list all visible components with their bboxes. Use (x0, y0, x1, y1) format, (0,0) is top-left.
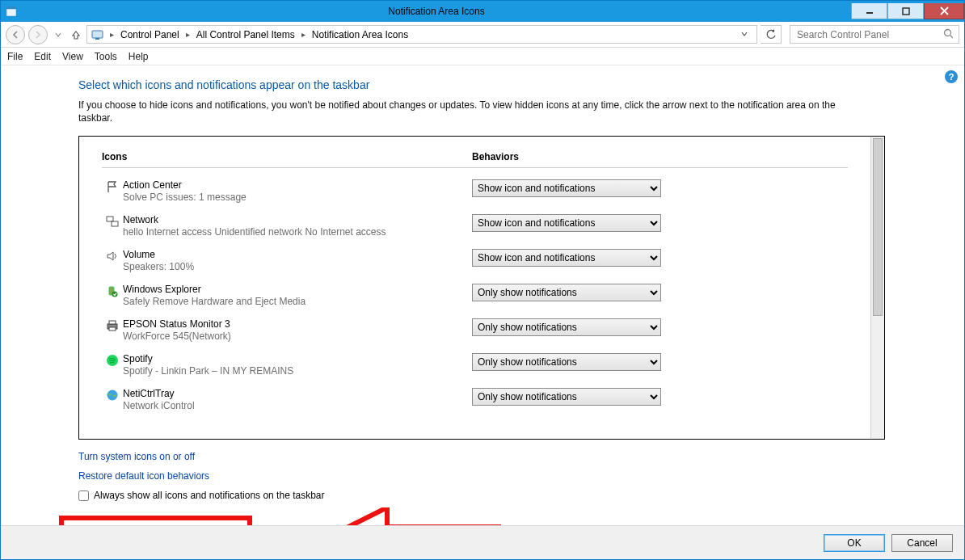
behavior-select[interactable]: Show icon and notifications (472, 249, 661, 267)
window-title: Notification Area Icons (22, 6, 851, 17)
breadcrumb-separator-icon: ▸ (298, 30, 309, 39)
page-title: Select which icons and notifications app… (78, 78, 933, 91)
behavior-select[interactable]: Show icon and notifications (472, 179, 661, 197)
chevron-down-history-icon[interactable] (51, 31, 65, 39)
item-name: Network (123, 214, 472, 225)
item-sub: Network iControl (123, 400, 472, 411)
item-sub: Speakers: 100% (123, 261, 472, 272)
always-show-checkbox[interactable] (78, 491, 89, 501)
svg-rect-8 (95, 38, 99, 40)
minimize-button[interactable] (851, 3, 887, 19)
column-headers: Icons Behaviors (102, 151, 848, 168)
list-item: NetiCtrlTray Network iControl Only show … (102, 383, 848, 418)
spotify-icon (102, 353, 123, 367)
links-section: Turn system icons on or off Restore defa… (78, 451, 933, 482)
search-input[interactable] (795, 28, 943, 41)
menu-edit[interactable]: Edit (34, 51, 51, 62)
item-sub: Spotify - Linkin Park – IN MY REMAINS (123, 365, 472, 377)
search-box[interactable] (790, 25, 959, 44)
breadcrumb-item-all-items[interactable]: All Control Panel Items (195, 29, 297, 40)
menu-file[interactable]: File (7, 51, 23, 62)
dialog-footer: OK Cancel (1, 525, 964, 559)
navigation-bar: ▸ Control Panel ▸ All Control Panel Item… (1, 22, 964, 48)
window-controls (851, 3, 964, 19)
maximize-button[interactable] (887, 3, 924, 19)
item-sub: Solve PC issues: 1 message (123, 192, 472, 203)
network-icon (102, 214, 123, 228)
item-sub: WorkForce 545(Network) (123, 331, 472, 342)
behavior-select[interactable]: Show icon and notifications (472, 214, 661, 232)
page-description: If you choose to hide icons and notifica… (78, 99, 870, 124)
link-system-icons[interactable]: Turn system icons on or off (78, 451, 933, 462)
menu-tools[interactable]: Tools (95, 51, 117, 62)
behavior-select[interactable]: Only show notifications (472, 284, 661, 301)
item-sub: Safely Remove Hardware and Eject Media (123, 296, 472, 307)
help-icon[interactable]: ? (945, 70, 958, 83)
annotation-arrow-icon (57, 507, 510, 525)
cancel-button[interactable]: Cancel (891, 534, 953, 552)
svg-point-9 (945, 29, 951, 36)
svg-line-10 (950, 35, 954, 38)
breadcrumb-item-current[interactable]: Notification Area Icons (310, 29, 410, 40)
column-header-icons: Icons (102, 151, 472, 162)
search-icon (943, 28, 954, 41)
svg-rect-2 (6, 9, 16, 16)
scrollbar-thumb[interactable] (873, 138, 883, 316)
menu-help[interactable]: Help (129, 51, 149, 62)
breadcrumb-item-control-panel[interactable]: Control Panel (119, 29, 181, 40)
breadcrumb-separator-icon: ▸ (183, 30, 193, 39)
scrollbar[interactable] (870, 137, 884, 439)
always-show-row: Always show all icons and notifications … (78, 490, 933, 501)
breadcrumb-dropdown-icon[interactable] (735, 29, 753, 40)
printer-icon (102, 318, 123, 332)
list-item: Spotify Spotify - Linkin Park – IN MY RE… (102, 348, 848, 383)
link-restore-defaults[interactable]: Restore default icon behaviors (78, 470, 933, 482)
svg-rect-12 (112, 221, 118, 226)
flag-icon (102, 179, 123, 193)
icons-list-panel: Icons Behaviors Action Center Solve PC i… (78, 136, 885, 440)
svg-rect-11 (107, 217, 113, 221)
breadcrumb-separator-icon: ▸ (107, 30, 117, 39)
refresh-button[interactable] (761, 25, 782, 44)
list-item: Windows Explorer Safely Remove Hardware … (102, 279, 848, 314)
svg-rect-1 (6, 6, 16, 9)
behavior-select[interactable]: Only show notifications (472, 388, 661, 406)
svg-rect-7 (92, 31, 103, 38)
list-item: Volume Speakers: 100% Show icon and noti… (102, 244, 848, 279)
up-button[interactable] (69, 29, 83, 40)
menu-view[interactable]: View (62, 51, 83, 62)
breadcrumb[interactable]: ▸ Control Panel ▸ All Control Panel Item… (86, 25, 757, 44)
close-button[interactable] (924, 3, 964, 19)
item-name: EPSON Status Monitor 3 (123, 318, 472, 330)
control-panel-window: Notification Area Icons ▸ Control Panel … (0, 0, 965, 560)
usb-eject-icon (102, 284, 123, 297)
list-item: Action Center Solve PC issues: 1 message… (102, 175, 848, 209)
control-panel-icon (91, 27, 105, 42)
list-item: Network hello Internet access Unidentifi… (102, 209, 848, 244)
icons-list-inner: Icons Behaviors Action Center Solve PC i… (79, 137, 870, 439)
svg-rect-17 (109, 327, 116, 331)
volume-icon (102, 249, 123, 263)
menu-bar: File Edit View Tools Help (1, 48, 964, 65)
item-name: Action Center (123, 179, 472, 191)
content-area: ? Select which icons and notifications a… (1, 65, 964, 525)
svg-rect-4 (903, 8, 909, 15)
item-sub: hello Internet access Unidentified netwo… (123, 226, 472, 238)
item-name: NetiCtrlTray (123, 388, 472, 399)
back-button[interactable] (6, 25, 25, 44)
always-show-label: Always show all icons and notifications … (94, 490, 325, 501)
item-name: Windows Explorer (123, 284, 472, 295)
column-header-behaviors: Behaviors (472, 151, 519, 162)
item-name: Volume (123, 249, 472, 260)
titlebar: Notification Area Icons (1, 1, 964, 22)
behavior-select[interactable]: Only show notifications (472, 353, 661, 371)
behavior-select[interactable]: Only show notifications (472, 318, 661, 336)
item-name: Spotify (123, 353, 472, 364)
system-menu-icon[interactable] (1, 1, 22, 22)
ok-button[interactable]: OK (824, 534, 885, 552)
svg-point-14 (112, 292, 118, 297)
list-item: EPSON Status Monitor 3 WorkForce 545(Net… (102, 314, 848, 348)
forward-button[interactable] (28, 25, 48, 44)
svg-rect-16 (109, 321, 116, 324)
globe-icon (102, 388, 123, 402)
